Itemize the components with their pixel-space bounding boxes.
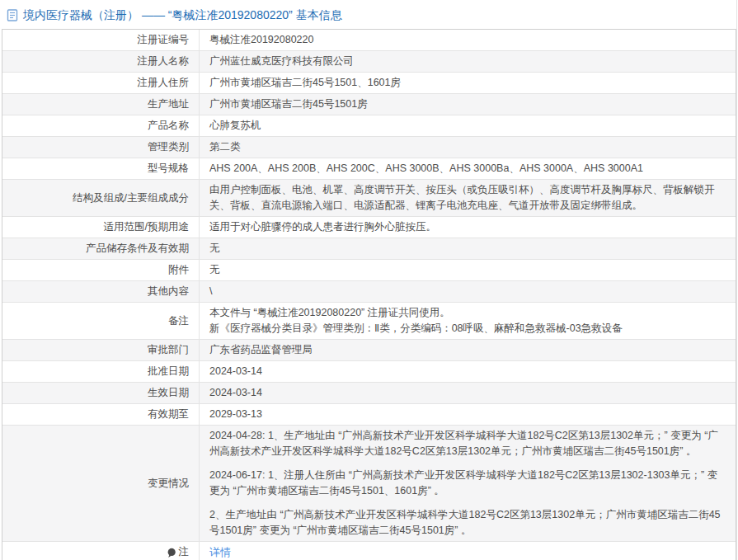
table-row: 注册人住所 广州市黄埔区瑞吉二街45号1501、1601房 [2,72,736,93]
row-label: 变更情况 [2,426,200,541]
row-label: 备注 [2,303,200,339]
document-icon [7,9,18,21]
row-value-line: 广东省药品监督管理局 [209,342,724,358]
row-value-line: 2024-03-14 [209,385,724,401]
row-value-line: 新《医疗器械分类目录》管理类别：Ⅱ类，分类编码：08呼吸、麻醉和急救器械-03急… [209,321,724,336]
table-row: 产品储存条件及有效期 无 [2,238,736,259]
row-value-line: 广州市黄埔区瑞吉二街45号1501房 [209,96,724,112]
row-label-text: 有效期至 [148,407,189,422]
table-row: 批准日期 2024-03-14 [2,360,736,382]
row-label: 产品储存条件及有效期 [2,238,200,259]
row-value: 本文件与 “粤械注准20192080220” 注册证共同使用。新《医疗器械分类目… [200,303,736,339]
table-row: 审批部门 广东省药品监督管理局 [2,339,736,360]
row-label: 产品名称 [2,115,200,136]
row-label: 管理类别 [2,137,200,158]
row-label-text: 备注 [168,313,189,329]
row-label-text: 生产地址 [148,96,189,112]
row-value: 2024-03-14 [200,361,736,382]
row-value: 广州市黄埔区瑞吉二街45号1501、1601房 [200,73,736,93]
row-value-line: 2024-06-17: 1、注册人住所由 “广州高新技术产业开发区科学城科学大道… [209,468,724,499]
page-edge-divider [736,0,737,560]
row-label-text: 产品储存条件及有效期 [86,241,189,256]
row-value-line: 2、生产地址由 “广州高新技术产业开发区科学城科学大道182号C2区第13层13… [209,507,724,539]
row-label: 附件 [2,260,200,280]
row-label: 生效日期 [2,383,200,403]
row-label-text: 产品名称 [148,118,189,134]
row-label: 其他内容 [2,281,200,302]
table-row: 备注 本文件与 “粤械注准20192080220” 注册证共同使用。新《医疗器械… [2,302,736,339]
row-label: 适用范围/预期用途 [2,217,200,238]
row-label: 型号规格 [2,158,200,179]
info-table: 注册证编号 粤械注准20192080220 注册人名称 广州蓝仕威克医疗科技有限… [2,29,736,560]
row-label: 结构及组成/主要组成成分 [2,180,200,216]
row-value: \ [200,281,736,302]
row-label-text: 变更情况 [148,476,189,492]
table-row: 其他内容 \ [2,280,736,302]
row-label-text: 批准日期 [148,364,189,379]
row-label: 有效期至 [2,404,200,425]
table-row: 注册人名称 广州蓝仕威克医疗科技有限公司 [2,50,736,72]
row-label-text: 注册人名称 [138,54,190,69]
row-label-text: 型号规格 [148,161,189,176]
row-label-text: 管理类别 [148,139,189,155]
page: 境内医疗器械（注册） —— “粤械注准20192080220” 基本信息 注册证… [0,0,738,560]
row-label: 注册证编号 [2,30,200,50]
table-row: 有效期至 2029-03-13 [2,403,736,425]
row-value: 2029-03-13 [200,404,736,425]
row-label: 批准日期 [2,361,200,382]
row-label-text: 注 [179,544,190,560]
table-row: 结构及组成/主要组成成分 由用户控制面板、电池、机罩、高度调节开关、按压头（或负… [2,179,736,216]
row-label: 注册人住所 [2,73,200,93]
row-value: 广州蓝仕威克医疗科技有限公司 [200,51,736,72]
row-label-text: 附件 [168,262,189,278]
row-label-text: 其他内容 [148,284,189,299]
row-label-text: 注册证编号 [138,32,190,48]
row-value: 2024-04-28: 1、生产地址由 “广州高新技术产业开发区科学城科学大道1… [200,426,736,541]
row-value-line: 适用于对心脏骤停的成人患者进行胸外心脏按压。 [209,219,724,235]
row-value: 心肺复苏机 [200,115,736,136]
row-value-line: 心肺复苏机 [209,118,724,134]
row-value-line: 第二类 [209,139,724,155]
row-value-line: 无 [209,262,724,278]
table-row: 注册证编号 粤械注准20192080220 [2,30,736,50]
row-value-line: 2024-04-28: 1、生产地址由 “广州高新技术产业开发区科学城科学大道1… [209,428,724,459]
row-value: 2024-03-14 [200,383,736,403]
row-value-line: 2024-03-14 [209,364,724,379]
row-value: 适用于对心脏骤停的成人患者进行胸外心脏按压。 [200,217,736,238]
table-row: 型号规格 AHS 200A、AHS 200B、AHS 200C、AHS 3000… [2,158,736,179]
row-label-text: 适用范围/预期用途 [104,219,189,235]
row-label-text: 注册人住所 [138,75,190,91]
row-label-text: 生效日期 [148,385,189,401]
row-label: 审批部门 [2,340,200,360]
row-value: 无 [200,260,736,280]
row-value-line: \ [209,284,724,299]
page-header: 境内医疗器械（注册） —— “粤械注准20192080220” 基本信息 [0,0,738,29]
table-row: 变更情况 2024-04-28: 1、生产地址由 “广州高新技术产业开发区科学城… [2,425,736,541]
row-value: 无 [200,238,736,259]
row-value-line: 由用户控制面板、电池、机罩、高度调节开关、按压头（或负压吸引杯）、高度调节杆及胸… [209,182,724,214]
page-title: 境内医疗器械（注册） —— “粤械注准20192080220” 基本信息 [23,7,342,22]
row-value: 第二类 [200,137,736,158]
row-value-line: 2029-03-13 [209,407,724,422]
table-row: 管理类别 第二类 [2,136,736,158]
table-row: 附件 无 [2,259,736,280]
row-value-line: 本文件与 “粤械注准20192080220” 注册证共同使用。 [209,305,724,321]
table-row: 适用范围/预期用途 适用于对心脏骤停的成人患者进行胸外心脏按压。 [2,216,736,238]
row-label: 注册人名称 [2,51,200,72]
row-value-line: 粤械注准20192080220 [209,32,724,48]
row-value-line: 广州市黄埔区瑞吉二街45号1501、1601房 [209,75,724,91]
row-label: 生产地址 [2,94,200,115]
note-icon [167,548,176,558]
row-value-line: AHS 200A、AHS 200B、AHS 200C、AHS 3000B、AHS… [209,161,724,176]
table-row: 生产地址 广州市黄埔区瑞吉二街45号1501房 [2,93,736,115]
row-value: 广东省药品监督管理局 [200,340,736,360]
detail-link[interactable]: 详情 [209,544,724,560]
row-value: 粤械注准20192080220 [200,30,736,50]
row-value: 由用户控制面板、电池、机罩、高度调节开关、按压头（或负压吸引杯）、高度调节杆及胸… [200,180,736,216]
table-row: 生效日期 2024-03-14 [2,382,736,403]
row-label-text: 结构及组成/主要组成成分 [73,191,189,206]
row-value-line: 无 [209,241,724,256]
row-value: 详情 [200,542,736,560]
row-label: 注 [2,542,200,560]
table-row: 注 详情 [2,541,736,560]
